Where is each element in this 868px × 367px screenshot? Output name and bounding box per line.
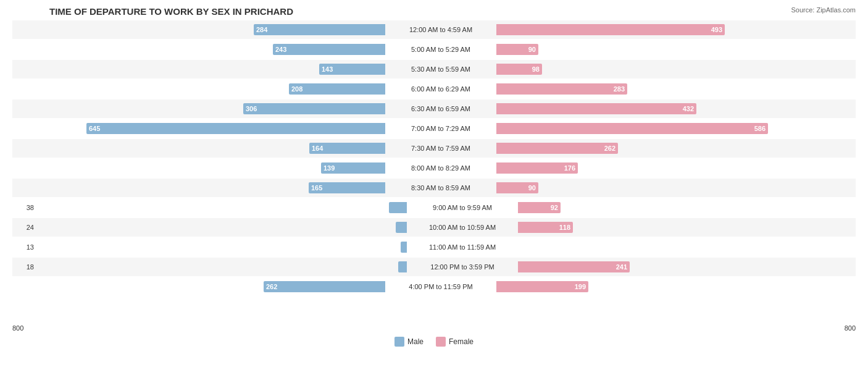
chart-container: TIME OF DEPARTURE TO WORK BY SEX IN PRIC… xyxy=(0,0,868,367)
chart-title: TIME OF DEPARTURE TO WORK BY SEX IN PRIC… xyxy=(12,6,856,17)
table-row: 28412:00 AM to 4:59 AM493 xyxy=(12,20,856,39)
time-label: 5:00 AM to 5:29 AM xyxy=(385,46,496,53)
male-value: 18 xyxy=(12,263,34,271)
time-label: 7:00 AM to 7:29 AM xyxy=(385,125,496,132)
time-label: 12:00 PM to 3:59 PM xyxy=(407,263,518,271)
table-row: 3066:30 AM to 6:59 AM432 xyxy=(12,99,856,118)
table-row: 389:00 AM to 9:59 AM92 xyxy=(12,198,856,217)
table-row: 1658:30 AM to 8:59 AM90 xyxy=(12,179,856,197)
time-label: 5:30 AM to 5:59 AM xyxy=(385,65,496,73)
left-bar-area: 143 xyxy=(12,64,385,75)
right-bar-area: 262 xyxy=(496,143,868,154)
legend-male-label: Male xyxy=(407,337,424,346)
right-bar-area: 92 xyxy=(518,202,868,213)
right-bar-area: 176 xyxy=(496,162,868,174)
right-bar-area: 90 xyxy=(496,182,868,193)
source-text: Source: ZipAtlas.com xyxy=(791,6,856,14)
male-value: 38 xyxy=(12,204,34,211)
left-bar-area: 13 xyxy=(12,242,407,253)
legend-female-label: Female xyxy=(449,337,474,346)
male-value: 13 xyxy=(12,243,34,251)
table-row: 2410:00 AM to 10:59 AM118 xyxy=(12,218,856,237)
table-row: 2086:00 AM to 6:29 AM283 xyxy=(12,80,856,98)
time-label: 6:00 AM to 6:29 AM xyxy=(385,85,496,93)
time-label: 6:30 AM to 6:59 AM xyxy=(385,105,496,112)
table-row: 2624:00 PM to 11:59 PM199 xyxy=(12,277,856,296)
table-row: 1647:30 AM to 7:59 AM262 xyxy=(12,139,856,158)
legend-female: Female xyxy=(436,337,474,347)
left-bar-area: 262 xyxy=(12,281,385,292)
right-bar-area: 90 xyxy=(496,44,868,55)
table-row: 6457:00 AM to 7:29 AM586 xyxy=(12,119,856,138)
legend-male: Male xyxy=(394,337,424,347)
x-axis-left: 800 xyxy=(12,324,23,332)
right-bar-area: 0 xyxy=(518,242,868,253)
right-bar-area: 432 xyxy=(496,103,868,114)
time-label: 7:30 AM to 7:59 AM xyxy=(385,145,496,152)
time-label: 11:00 AM to 11:59 AM xyxy=(407,243,518,251)
left-bar-area: 284 xyxy=(12,24,385,35)
right-bar-area: 199 xyxy=(496,281,868,292)
table-row: 1311:00 AM to 11:59 AM0 xyxy=(12,238,856,256)
right-bar-area: 241 xyxy=(518,261,868,272)
table-row: 1435:30 AM to 5:59 AM98 xyxy=(12,60,856,78)
table-row: 1398:00 AM to 8:29 AM176 xyxy=(12,159,856,177)
left-bar-area: 645 xyxy=(12,123,385,134)
time-label: 9:00 AM to 9:59 AM xyxy=(407,204,518,211)
male-value: 24 xyxy=(12,224,34,231)
legend-female-box xyxy=(436,337,446,347)
left-bar-area: 24 xyxy=(12,222,407,233)
table-row: 1812:00 PM to 3:59 PM241 xyxy=(12,258,856,276)
legend-male-box xyxy=(394,337,404,347)
x-axis: 800 800 xyxy=(12,322,856,334)
right-bar-area: 283 xyxy=(496,83,868,95)
left-bar-area: 243 xyxy=(12,44,385,55)
x-axis-right: 800 xyxy=(845,324,856,332)
right-bar-area: 118 xyxy=(518,222,868,233)
left-bar-area: 139 xyxy=(12,162,385,174)
left-bar-area: 38 xyxy=(12,202,407,213)
left-bar-area: 306 xyxy=(12,103,385,114)
right-bar-area: 493 xyxy=(496,24,868,35)
left-bar-area: 164 xyxy=(12,143,385,154)
time-label: 10:00 AM to 10:59 AM xyxy=(407,224,518,231)
table-row: 2435:00 AM to 5:29 AM90 xyxy=(12,40,856,59)
left-bar-area: 165 xyxy=(12,182,385,193)
right-bar-area: 98 xyxy=(496,64,868,75)
left-bar-area: 18 xyxy=(12,261,407,272)
time-label: 12:00 AM to 4:59 AM xyxy=(385,26,496,33)
right-bar-area: 586 xyxy=(496,123,868,134)
time-label: 4:00 PM to 11:59 PM xyxy=(385,283,496,290)
time-label: 8:00 AM to 8:29 AM xyxy=(385,164,496,172)
chart-area: 28412:00 AM to 4:59 AM4932435:00 AM to 5… xyxy=(12,20,856,319)
left-bar-area: 208 xyxy=(12,83,385,95)
legend: Male Female xyxy=(12,337,856,347)
time-label: 8:30 AM to 8:59 AM xyxy=(385,184,496,192)
